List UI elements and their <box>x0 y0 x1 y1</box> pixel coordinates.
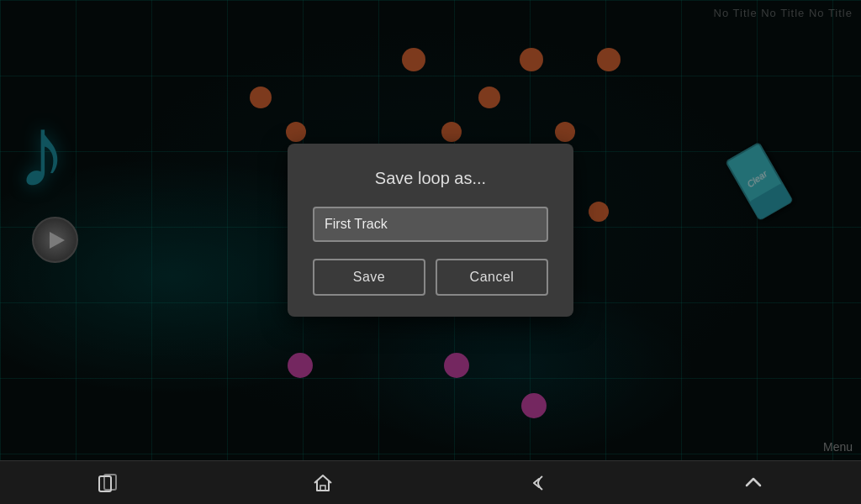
scroll-up-button[interactable] <box>742 472 764 494</box>
save-button[interactable]: Save <box>313 259 425 296</box>
app: No Title No Title No Title ♪ Clear <box>0 0 861 504</box>
dialog-buttons: Save Cancel <box>313 259 548 296</box>
main-area: No Title No Title No Title ♪ Clear <box>0 0 861 460</box>
back-button[interactable] <box>527 472 549 494</box>
dialog-title: Save loop as... <box>313 169 548 188</box>
save-loop-dialog: Save loop as... Save Cancel <box>288 144 573 317</box>
modal-overlay: Save loop as... Save Cancel <box>0 0 861 460</box>
loop-name-input[interactable] <box>313 207 548 242</box>
home-button[interactable] <box>312 472 334 494</box>
navigation-bar <box>0 460 861 504</box>
recent-apps-button[interactable] <box>97 472 119 494</box>
cancel-button[interactable]: Cancel <box>436 259 548 296</box>
